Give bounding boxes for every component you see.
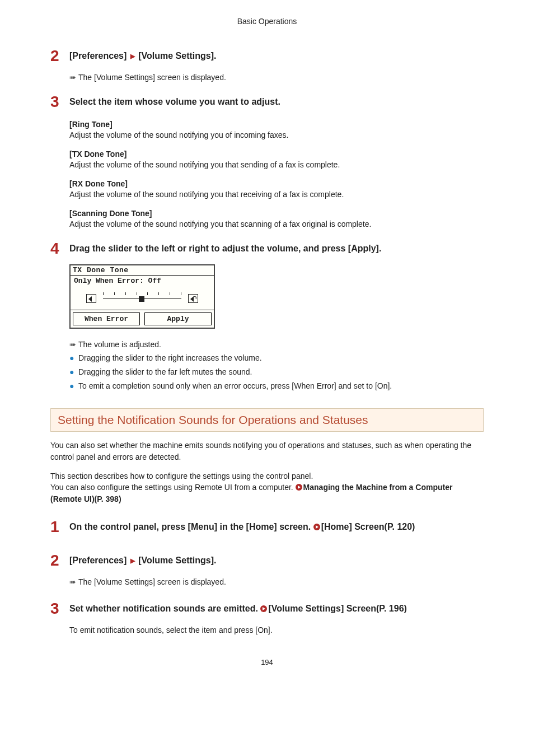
bullet-icon: ● bbox=[69, 367, 78, 377]
lcd-slider-row bbox=[71, 291, 214, 310]
item-title: [TX Done Tone] bbox=[69, 150, 484, 158]
result-text: The [Volume Settings] screen is displaye… bbox=[78, 577, 226, 586]
arrow-icon: ➠ bbox=[69, 577, 78, 586]
step-number: 1 bbox=[50, 519, 69, 535]
step-result: ➠The [Volume Settings] screen is display… bbox=[69, 577, 484, 586]
slider-knob-icon bbox=[139, 296, 144, 302]
path-part-a: [Preferences] bbox=[69, 51, 127, 60]
lcd-title: TX Done Tone bbox=[71, 265, 214, 276]
tone-item: [Scanning Done Tone] Adjust the volume o… bbox=[69, 209, 484, 228]
tone-item: [Ring Tone] Adjust the volume of the sou… bbox=[69, 120, 484, 139]
bullet-text: Dragging the slider to the right increas… bbox=[78, 353, 262, 363]
bullet-text: To emit a completion sound only when an … bbox=[78, 381, 392, 391]
path-part-a: [Preferences] bbox=[69, 556, 127, 565]
lcd-when-error-button: When Error bbox=[73, 312, 140, 325]
step-result: ➠The [Volume Settings] screen is display… bbox=[69, 73, 484, 82]
path-part-b: [Volume Settings]. bbox=[138, 51, 216, 60]
link-icon bbox=[313, 524, 320, 530]
result-text: The volume is adjusted. bbox=[78, 340, 161, 349]
page-header: Basic Operations bbox=[50, 17, 484, 26]
cross-reference-link[interactable]: [Home] Screen(P. 120) bbox=[321, 522, 415, 531]
paragraph: You can also set whether the machine emi… bbox=[50, 440, 484, 463]
item-desc: Adjust the volume of the sound notifying… bbox=[69, 160, 484, 169]
step-heading: Select the item whose volume you want to… bbox=[69, 94, 484, 108]
item-desc: Adjust the volume of the sound notifying… bbox=[69, 190, 484, 199]
step-heading: Drag the slider to the left or right to … bbox=[69, 241, 484, 255]
page-number: 194 bbox=[50, 658, 484, 666]
link-icon bbox=[260, 605, 267, 612]
step-3: 3 Select the item whose volume you want … bbox=[50, 94, 484, 110]
para-line: This section describes how to configure … bbox=[50, 472, 313, 480]
bullet-icon: ● bbox=[69, 353, 78, 363]
heading-text: On the control panel, press [Menu] in th… bbox=[69, 522, 313, 531]
tone-item: [RX Done Tone] Adjust the volume of the … bbox=[69, 179, 484, 199]
step-body-text: To emit notification sounds, select the … bbox=[69, 624, 484, 636]
arrow-icon: ➠ bbox=[69, 340, 78, 349]
step-s2-3: 3 Set whether notification sounds are em… bbox=[50, 601, 484, 617]
step-heading: On the control panel, press [Menu] in th… bbox=[69, 519, 484, 533]
step-s2-1: 1 On the control panel, press [Menu] in … bbox=[50, 519, 484, 535]
step-heading: Set whether notification sounds are emit… bbox=[69, 601, 484, 615]
result-text: The [Volume Settings] screen is displaye… bbox=[78, 73, 226, 82]
item-title: [Scanning Done Tone] bbox=[69, 209, 484, 218]
step-2: 2 [Preferences] ▶ [Volume Settings]. bbox=[50, 48, 484, 64]
lcd-screenshot: TX Done Tone Only When Error: Off When E… bbox=[69, 264, 484, 329]
bullet-icon: ● bbox=[69, 381, 78, 391]
caret-icon: ▶ bbox=[129, 53, 136, 59]
step-number: 4 bbox=[50, 241, 69, 256]
step-heading: [Preferences] ▶ [Volume Settings]. bbox=[69, 553, 484, 567]
step-number: 2 bbox=[50, 48, 69, 64]
bullet-text: Dragging the slider to the far left mute… bbox=[78, 367, 252, 377]
path-part-b: [Volume Settings]. bbox=[138, 556, 216, 565]
step-4: 4 Drag the slider to the left or right t… bbox=[50, 241, 484, 256]
step-heading: [Preferences] ▶ [Volume Settings]. bbox=[69, 48, 484, 62]
caret-icon: ▶ bbox=[129, 557, 136, 564]
arrow-icon: ➠ bbox=[69, 73, 78, 82]
item-title: [Ring Tone] bbox=[69, 120, 484, 129]
volume-slider bbox=[103, 295, 181, 302]
step-number: 2 bbox=[50, 553, 69, 568]
para-line: You can also configure the settings usin… bbox=[50, 483, 296, 492]
bullet-item: ● Dragging the slider to the right incre… bbox=[69, 353, 484, 363]
speaker-volume-icon bbox=[188, 294, 198, 303]
step-number: 3 bbox=[50, 94, 69, 110]
tone-item: [TX Done Tone] Adjust the volume of the … bbox=[69, 150, 484, 169]
step-s2-2: 2 [Preferences] ▶ [Volume Settings]. bbox=[50, 553, 484, 568]
link-icon bbox=[296, 484, 302, 491]
bullet-item: ● To emit a completion sound only when a… bbox=[69, 381, 484, 391]
item-desc: Adjust the volume of the sound notifying… bbox=[69, 220, 484, 228]
bullet-item: ● Dragging the slider to the far left mu… bbox=[69, 367, 484, 377]
item-title: [RX Done Tone] bbox=[69, 179, 484, 188]
step-number: 3 bbox=[50, 601, 69, 617]
item-desc: Adjust the volume of the sound notifying… bbox=[69, 130, 484, 139]
step-result: ➠The volume is adjusted. bbox=[69, 340, 484, 349]
paragraph: This section describes how to configure … bbox=[50, 470, 484, 505]
speaker-mute-icon bbox=[86, 294, 96, 303]
section-heading: Setting the Notification Sounds for Oper… bbox=[50, 408, 484, 432]
heading-text: Set whether notification sounds are emit… bbox=[69, 604, 260, 613]
cross-reference-link[interactable]: [Volume Settings] Screen(P. 196) bbox=[268, 604, 406, 613]
lcd-apply-button: Apply bbox=[144, 312, 212, 325]
lcd-subtitle: Only When Error: Off bbox=[71, 276, 214, 291]
